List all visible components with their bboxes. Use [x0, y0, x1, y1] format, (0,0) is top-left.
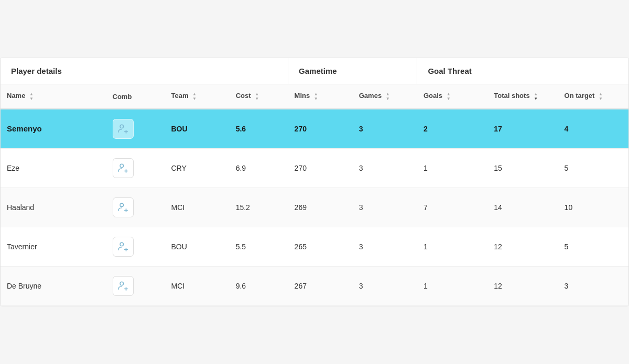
table-row: Haaland MCI 15.2 269 3 7 14 10: [1, 187, 628, 227]
cell-comb: [106, 109, 165, 149]
table-row: Tavernier BOU 5.5 265 3 1 12 5: [1, 227, 628, 266]
svg-point-2: [120, 203, 123, 206]
cell-team: BOU: [165, 227, 229, 266]
col-header-comb: Comb: [106, 84, 165, 109]
cell-name: De Bruyne: [1, 266, 106, 305]
col-header-team[interactable]: Team ▲▼: [165, 84, 229, 109]
cell-team: MCI: [165, 266, 229, 305]
cell-cost: 5.6: [230, 109, 288, 149]
cell-games: 3: [353, 187, 417, 227]
section-player-details: Player details: [1, 58, 288, 84]
cell-comb: [106, 148, 165, 187]
section-gametime: Gametime: [288, 58, 417, 84]
cell-goals: 1: [417, 266, 487, 305]
cell-team: MCI: [165, 187, 229, 227]
svg-point-3: [120, 242, 123, 246]
stats-table: Player details Gametime Goal Threat Name…: [0, 58, 629, 306]
cell-cost: 15.2: [230, 187, 288, 227]
cell-cost: 5.5: [230, 227, 288, 266]
cell-comb: [106, 187, 165, 227]
col-header-games[interactable]: Games ▲▼: [353, 84, 417, 109]
cell-name: Semenyo: [1, 109, 106, 149]
cell-mins: 267: [288, 266, 353, 305]
cell-ontarget: 4: [558, 109, 628, 149]
cell-totalshots: 12: [487, 227, 558, 266]
col-header-goals[interactable]: Goals ▲▼: [417, 84, 487, 109]
svg-point-4: [120, 282, 123, 285]
cell-cost: 6.9: [230, 148, 288, 187]
col-header-cost[interactable]: Cost ▲▼: [230, 84, 288, 109]
cell-games: 3: [353, 227, 417, 266]
svg-point-0: [120, 125, 123, 128]
sort-icons-goals: ▲▼: [447, 92, 451, 101]
cell-team: CRY: [165, 148, 229, 187]
cell-ontarget: 10: [558, 187, 628, 227]
col-header-ontarget[interactable]: On target ▲▼: [558, 84, 628, 109]
cell-cost: 9.6: [230, 266, 288, 305]
cell-name: Eze: [1, 148, 106, 187]
col-header-name[interactable]: Name ▲▼: [1, 84, 106, 109]
cell-team: BOU: [165, 109, 229, 149]
cell-comb: [106, 227, 165, 266]
cell-goals: 1: [417, 227, 487, 266]
section-goal-threat: Goal Threat: [417, 58, 628, 84]
sort-icons-mins: ▲▼: [314, 92, 318, 101]
cell-mins: 270: [288, 109, 353, 149]
cell-comb: [106, 266, 165, 305]
table-row: Eze CRY 6.9 270 3 1 15 5: [1, 148, 628, 187]
cell-mins: 269: [288, 187, 353, 227]
cell-totalshots: 14: [487, 187, 558, 227]
section-header-row: Player details Gametime Goal Threat: [1, 58, 628, 84]
sort-icons-team: ▲▼: [192, 92, 197, 101]
cell-totalshots: 17: [487, 109, 558, 149]
sort-icons-games: ▲▼: [386, 92, 390, 101]
add-player-button[interactable]: [113, 158, 134, 178]
cell-goals: 7: [417, 187, 487, 227]
table-row: Semenyo BOU 5.6 270 3 2 17 4: [1, 109, 628, 149]
cell-goals: 2: [417, 109, 487, 149]
cell-mins: 270: [288, 148, 353, 187]
svg-point-1: [120, 164, 123, 167]
cell-totalshots: 12: [487, 266, 558, 305]
cell-games: 3: [353, 266, 417, 305]
cell-goals: 1: [417, 148, 487, 187]
col-header-mins[interactable]: Mins ▲▼: [288, 84, 353, 109]
cell-games: 3: [353, 109, 417, 149]
cell-ontarget: 5: [558, 227, 628, 266]
sort-icons-name: ▲▼: [29, 92, 34, 101]
cell-name: Haaland: [1, 187, 106, 227]
add-player-button[interactable]: [113, 119, 134, 139]
add-player-button[interactable]: [113, 276, 134, 296]
cell-name: Tavernier: [1, 227, 106, 266]
col-header-totalshots[interactable]: Total shots ▲▼: [487, 84, 558, 109]
table-row: De Bruyne MCI 9.6 267 3 1 12 3: [1, 266, 628, 305]
sort-icons-ontarget: ▲▼: [599, 92, 603, 101]
sort-icons-totalshots: ▲▼: [534, 92, 538, 101]
add-player-button[interactable]: [113, 197, 134, 217]
add-player-button[interactable]: [113, 237, 134, 257]
cell-mins: 265: [288, 227, 353, 266]
cell-games: 3: [353, 148, 417, 187]
sort-icons-cost: ▲▼: [255, 92, 259, 101]
cell-ontarget: 3: [558, 266, 628, 305]
cell-totalshots: 15: [487, 148, 558, 187]
cell-ontarget: 5: [558, 148, 628, 187]
column-header-row: Name ▲▼ Comb Team ▲▼ Cost: [1, 84, 628, 109]
